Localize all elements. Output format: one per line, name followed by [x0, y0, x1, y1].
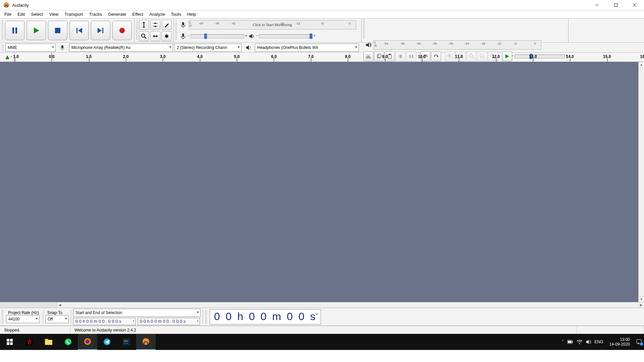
menu-tracks[interactable]: Tracks [86, 11, 105, 17]
play-button[interactable] [26, 21, 46, 40]
scroll-up-icon[interactable]: ▲ [639, 62, 644, 68]
menu-generate[interactable]: Generate [105, 11, 129, 17]
svg-marker-22 [154, 26, 157, 27]
grip-icon[interactable] [175, 20, 177, 41]
grip-icon[interactable] [1, 310, 3, 323]
maximize-button[interactable] [606, 0, 625, 10]
ruler-tick [459, 58, 459, 62]
microphone-icon[interactable] [179, 21, 187, 29]
meter-tick: -18 [280, 22, 284, 25]
ruler-tick [200, 58, 200, 62]
pause-button[interactable] [5, 21, 24, 40]
start-button[interactable] [0, 334, 19, 350]
snap-to-select[interactable]: Off [45, 315, 69, 323]
ruler-tick [607, 58, 607, 62]
speaker-icon[interactable] [364, 41, 372, 49]
svg-rect-31 [182, 34, 184, 37]
menu-view[interactable]: View [46, 11, 62, 17]
tray-battery-icon[interactable] [567, 340, 573, 344]
grip-icon[interactable] [363, 19, 365, 39]
tray-clock[interactable]: 13:00 14-09-2020 [607, 337, 633, 347]
scroll-left-icon[interactable]: ◀ [57, 302, 63, 308]
taskbar-app-netflix[interactable] [19, 334, 39, 350]
menu-transport[interactable]: Transport [61, 11, 86, 17]
tray-chevron-icon[interactable]: ˄ [562, 340, 564, 344]
scroll-down-icon[interactable]: ▼ [639, 296, 644, 302]
svg-rect-87 [572, 341, 573, 343]
recording-volume-slider[interactable]: −+ [191, 34, 244, 38]
grip-icon[interactable] [205, 310, 207, 323]
svg-rect-71 [10, 342, 13, 345]
timeline-ruler[interactable]: - 1.00.01.02.03.04.05.06.07.08.09.010.01… [0, 53, 644, 62]
menu-effect[interactable]: Effect [129, 11, 146, 17]
taskbar-app-firefox[interactable] [78, 334, 97, 350]
recording-meter[interactable]: LR Click to Start Monitoring -54 -48 -42… [189, 20, 356, 29]
tray-notifications-icon[interactable]: 2 [636, 339, 642, 345]
tray-time: 13:00 [609, 337, 630, 342]
audacity-logo-icon [3, 1, 10, 9]
playback-volume-slider[interactable]: −+ [259, 34, 313, 38]
menu-tools[interactable]: Tools [168, 11, 184, 17]
recording-device-select[interactable]: Microphone Array (Realtek(R) Au [69, 44, 173, 52]
svg-marker-90 [586, 340, 589, 344]
playhead[interactable] [52, 53, 52, 62]
tray-language[interactable]: ENG [595, 340, 603, 344]
tray-wifi-icon[interactable] [577, 340, 583, 344]
meter-tick: -24 [465, 42, 469, 45]
audio-position-field[interactable]: 0 0 h 0 0 m 0 0 s [210, 309, 321, 324]
zoom-tool[interactable] [139, 31, 149, 41]
taskbar-app-whatsapp[interactable] [58, 334, 78, 350]
envelope-tool[interactable] [150, 20, 160, 30]
selection-start-field[interactable]: 0 0 h 0 0 m 0 0 . 0 0 0 s [73, 318, 136, 325]
playback-meter-group: LR -54 -48 -42 -36 -30 -24 -18 -12 -6 0 [362, 18, 569, 42]
stop-button[interactable] [48, 21, 67, 40]
multi-tool[interactable]: ✱ [162, 31, 172, 41]
project-rate-select[interactable]: 44100 [6, 315, 40, 323]
close-button[interactable] [625, 0, 644, 10]
scroll-right-icon[interactable]: ▶ [638, 302, 644, 308]
selection-end-field[interactable]: 0 0 h 0 0 m 0 0 . 0 0 0 s [138, 318, 200, 325]
selection-tool[interactable] [139, 20, 149, 30]
taskbar-app-explorer[interactable] [39, 334, 58, 350]
timeline-area[interactable]: ▲ ▼ [0, 62, 644, 302]
status-message: Welcome to Audacity version 2.4.2 [70, 326, 577, 334]
draw-tool[interactable] [162, 20, 172, 30]
menu-edit[interactable]: Edit [14, 11, 28, 17]
meter-tick: -48 [400, 42, 405, 45]
grip-icon[interactable] [1, 20, 3, 41]
tray-volume-icon[interactable] [586, 340, 591, 344]
taskbar-app-telegram[interactable] [97, 334, 117, 350]
taskbar-app-primevideo[interactable]: primevideo [117, 334, 136, 350]
meter-tick: -18 [481, 42, 485, 45]
grip-icon[interactable] [1, 44, 3, 51]
horizontal-scrollbar[interactable]: ◀ ▶ [0, 302, 644, 308]
snap-to-label: Snap-To [47, 310, 67, 315]
grip-icon[interactable] [136, 20, 138, 41]
minimize-button[interactable] [588, 0, 606, 10]
selection-mode-select[interactable]: Start and End of Selection [73, 309, 201, 317]
skip-end-button[interactable] [91, 21, 110, 40]
recording-channels-select[interactable]: 2 (Stereo) Recording Chann [174, 44, 241, 52]
vertical-scrollbar[interactable]: ▲ ▼ [638, 62, 644, 302]
speaker-icon [248, 32, 256, 40]
taskbar-app-audacity[interactable] [136, 334, 156, 350]
timeshift-tool[interactable] [150, 31, 160, 41]
recording-meter-group: LR Click to Start Monitoring -54 -48 -42… [174, 18, 362, 42]
menu-help[interactable]: Help [184, 11, 199, 17]
skip-start-button[interactable] [69, 21, 89, 40]
menu-analyze[interactable]: Analyze [146, 11, 168, 17]
record-button[interactable] [112, 21, 132, 40]
ruler-tick [570, 58, 570, 62]
audio-host-select[interactable]: MME [5, 44, 56, 52]
svg-rect-80 [123, 338, 130, 346]
meter-tick: -36 [432, 42, 437, 45]
playback-meter[interactable]: LR -54 -48 -42 -36 -30 -24 -18 -12 -6 0 [374, 40, 541, 50]
svg-text:prime: prime [124, 340, 128, 342]
playback-device-value: Headphones (OnePlus Bullets Wir [257, 45, 318, 50]
ruler-tick [237, 58, 237, 62]
divider [43, 310, 43, 323]
menu-select[interactable]: Select [28, 11, 46, 17]
menu-file[interactable]: File [1, 11, 14, 17]
svg-rect-68 [7, 339, 9, 342]
playback-device-select[interactable]: Headphones (OnePlus Bullets Wir [255, 44, 359, 52]
